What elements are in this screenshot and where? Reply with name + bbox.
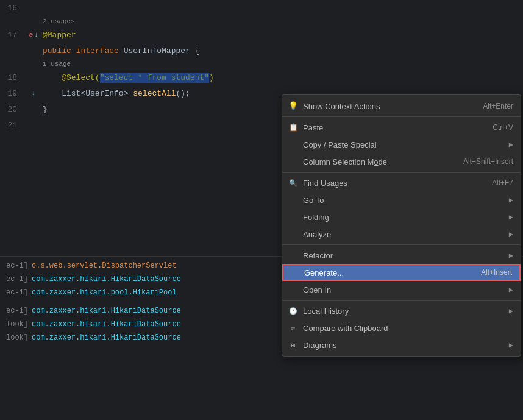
menu-label-generate: Generate... — [304, 268, 344, 277]
menu-label-folding: Folding — [303, 213, 329, 222]
compare-icon: ⇌ — [288, 323, 298, 333]
menu-label-diagrams: Diagrams — [303, 341, 337, 350]
code-line-17b: public interface UserInfoMapper { — [0, 43, 523, 59]
arrow-refactor: ▶ — [509, 251, 513, 260]
arrow-diagrams: ▶ — [509, 341, 513, 350]
menu-item-refactor[interactable]: Refactor ▶ — [282, 247, 521, 264]
menu-label-find-usages: Find Usages — [303, 179, 347, 188]
code-line-16: 16 — [0, 0, 523, 16]
menu-item-go-to[interactable]: Go To ▶ — [282, 191, 521, 208]
menu-item-open-in[interactable]: Open In ▶ — [282, 281, 521, 298]
paste-icon: 📋 — [288, 123, 298, 132]
impl-down-icon2: ↓ — [32, 90, 36, 97]
menu-item-folding[interactable]: Folding ▶ — [282, 208, 521, 226]
menu-item-local-history[interactable]: 🕐 Local History ▶ — [282, 302, 521, 319]
separator-4 — [282, 300, 521, 301]
shortcut-generate: Alt+Insert — [481, 268, 512, 277]
impl-down-icon: ↓ — [34, 31, 38, 38]
menu-label-copy-paste-special: Copy / Paste Special — [303, 140, 377, 149]
arrow-go-to: ▶ — [509, 196, 513, 205]
shortcut-find-usages: Alt+F7 — [492, 179, 513, 187]
menu-label-local-history: Local History — [303, 307, 349, 316]
context-menu: 💡 Show Context Actions Alt+Enter 📋 Paste… — [282, 94, 521, 357]
refactor-icon — [288, 251, 298, 260]
folding-icon — [288, 212, 298, 222]
diagrams-icon: ⊞ — [288, 340, 298, 350]
menu-label-paste: Paste — [303, 123, 323, 132]
menu-label-go-to: Go To — [303, 196, 324, 205]
menu-label-open-in: Open In — [303, 285, 331, 294]
menu-item-paste[interactable]: 📋 Paste Ctrl+V — [282, 119, 521, 136]
usage-count-18: 1 usage — [0, 59, 523, 69]
arrow-copy-paste-special: ▶ — [509, 140, 513, 149]
gutter-17: ⊘ ↓ — [24, 30, 43, 40]
generate-icon — [290, 268, 299, 277]
menu-label-analyze: Analyze — [303, 230, 331, 239]
code-line-17: 17 ⊘ ↓ @Mapper — [0, 27, 523, 43]
copy-paste-icon — [288, 140, 298, 149]
menu-item-column-selection[interactable]: Column Selection Mode Alt+Shift+Insert — [282, 153, 521, 170]
column-icon — [288, 157, 298, 166]
menu-item-diagrams[interactable]: ⊞ Diagrams ▶ — [282, 336, 521, 354]
open-in-icon — [288, 285, 298, 294]
menu-item-generate[interactable]: Generate... Alt+Insert — [282, 264, 521, 281]
shortcut-column-selection: Alt+Shift+Insert — [463, 157, 513, 166]
menu-item-analyze[interactable]: Analyze ▶ — [282, 226, 521, 243]
analyze-icon — [288, 229, 298, 239]
menu-item-show-context-actions[interactable]: 💡 Show Context Actions Alt+Enter — [282, 98, 521, 115]
no-impl-icon: ⊘ — [29, 30, 33, 40]
bulb-icon: 💡 — [288, 101, 298, 111]
usage-count-17: 2 usages — [0, 16, 523, 27]
gutter-19: ↓ — [24, 90, 43, 97]
separator-2 — [282, 172, 521, 173]
menu-label-show-context-actions: Show Context Actions — [303, 102, 380, 111]
find-icon: 🔍 — [288, 178, 298, 188]
menu-item-compare-clipboard[interactable]: ⇌ Compare with Clipboard — [282, 319, 521, 336]
menu-item-copy-paste-special[interactable]: Copy / Paste Special ▶ — [282, 136, 521, 153]
shortcut-paste: Ctrl+V — [493, 123, 513, 132]
menu-label-refactor: Refactor — [303, 251, 333, 260]
code-line-18: 18 @Select("select * from student") — [0, 69, 523, 85]
separator-3 — [282, 244, 521, 245]
shortcut-show-context-actions: Alt+Enter — [483, 102, 513, 110]
history-icon: 🕐 — [288, 306, 298, 316]
arrow-local-history: ▶ — [509, 307, 513, 316]
goto-icon — [288, 195, 298, 205]
arrow-open-in: ▶ — [509, 285, 513, 294]
arrow-analyze: ▶ — [509, 230, 513, 239]
menu-label-compare-clipboard: Compare with Clipboard — [303, 324, 388, 333]
menu-item-find-usages[interactable]: 🔍 Find Usages Alt+F7 — [282, 174, 521, 191]
separator-1 — [282, 116, 521, 117]
menu-label-column-selection: Column Selection Mode — [303, 157, 387, 166]
arrow-folding: ▶ — [509, 213, 513, 222]
